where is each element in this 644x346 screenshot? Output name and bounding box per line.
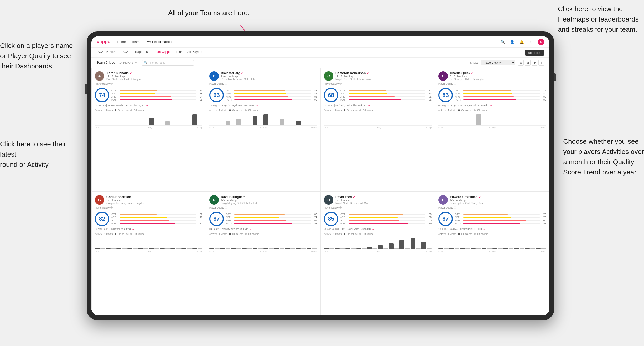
off-course-label: Off course: [363, 109, 373, 111]
recent-round[interactable]: 26 Aug 23 | 73 (+1), Royal North Devon G…: [209, 104, 317, 107]
sub-nav: PGAT Players PGA Hcaps 1-5 Team Clippd T…: [91, 48, 549, 58]
recent-round-text: 18 Jul 23 | 74 (+4), Sunningdale GC - Ol…: [438, 228, 482, 230]
chart-bar: [455, 125, 460, 125]
chart-bar: [143, 248, 148, 249]
sort-icon[interactable]: ↑: [538, 60, 544, 66]
diamond-view-icon[interactable]: ◆: [532, 60, 537, 66]
tab-all-players[interactable]: All Players: [187, 50, 202, 55]
recent-round[interactable]: 26 Aug 23 | 84 (+12), Royal North Devon …: [324, 228, 432, 231]
quality-circle[interactable]: 82: [95, 212, 109, 226]
ott-bar-row: OTT 77: [455, 89, 546, 92]
quality-circle[interactable]: 83: [438, 88, 453, 102]
quality-circle[interactable]: 93: [209, 88, 224, 102]
chart-bar: [449, 125, 454, 125]
chart-bar: [487, 248, 492, 249]
bell-icon[interactable]: 🔔: [519, 39, 524, 45]
player-name[interactable]: Dave Billingham: [221, 195, 317, 199]
quality-info-icon[interactable]: ⓘ: [454, 206, 456, 209]
chart-bar: [258, 125, 263, 125]
recent-arrow-icon: →: [372, 228, 375, 231]
off-course-dot: [130, 109, 132, 111]
app-fill: [234, 93, 286, 94]
ott-fill: [120, 90, 157, 91]
chart-bar: [209, 248, 214, 249]
ott-fill: [463, 214, 508, 215]
player-club: St. George's Hill GC - Weybridge - Surre…: [450, 78, 489, 81]
player-name[interactable]: Chris Robertson: [106, 195, 202, 199]
recent-round[interactable]: 07 Aug 23 | 77 (+7), St George's Hill GC…: [438, 104, 546, 107]
ipad-frame: clippd Home Teams My Performance 🔍 👤 🔔 ⊕…: [87, 31, 554, 320]
off-course-label: Off course: [477, 233, 488, 235]
settings-icon[interactable]: ⊕: [528, 39, 534, 45]
recent-round[interactable]: 04 Sep 23 | Mobility with coach, Gym →: [209, 228, 317, 231]
user-icon[interactable]: 👤: [510, 39, 515, 45]
player-name[interactable]: Blair McHarg ✔: [221, 71, 317, 75]
chart-bar: [263, 114, 268, 125]
chart-bar: [198, 248, 202, 249]
search-box[interactable]: 🔍 Filter by name: [142, 60, 194, 66]
chart-bar: [100, 248, 105, 249]
nav-teams[interactable]: Teams: [131, 40, 141, 44]
putt-label: PUTT: [340, 222, 348, 225]
list-view-icon[interactable]: ⊟: [525, 60, 531, 66]
quality-circle[interactable]: 87: [209, 212, 224, 226]
app-label: APP: [340, 92, 348, 95]
nav-home[interactable]: Home: [117, 40, 126, 44]
tab-pga[interactable]: PGA: [122, 50, 128, 55]
on-course-label: On course: [118, 109, 129, 111]
player-name[interactable]: Aaron Nicholls ✔: [106, 71, 202, 75]
app-bar-row: APP 58: [111, 92, 202, 95]
avatar-icon[interactable]: U: [538, 39, 544, 45]
quality-circle[interactable]: 85: [324, 212, 338, 226]
quality-info-icon[interactable]: ⓘ: [225, 83, 227, 85]
team-header: Team Clippd | 14 Players ✏ 🔍 Filter by n…: [91, 58, 549, 68]
recent-round[interactable]: 03 Mar 23 | 19, Must make putting →: [95, 228, 202, 231]
tab-tour[interactable]: Tour: [176, 50, 182, 55]
chart-bar: [541, 248, 546, 249]
add-team-button[interactable]: Add Team: [525, 50, 544, 56]
player-name[interactable]: Edward Crossman ✔: [450, 195, 546, 199]
search-icon[interactable]: 🔍: [500, 39, 505, 45]
activity-header: Activity · 1 Month On course Off course: [438, 109, 546, 111]
ott-value: 77: [541, 89, 546, 92]
quality-circle[interactable]: 74: [95, 88, 109, 102]
quality-info-icon[interactable]: ⓘ: [225, 206, 227, 209]
recent-round[interactable]: 02 Jul 23 | 59 (+17), Craigmillar Park G…: [324, 104, 432, 107]
quality-info-icon[interactable]: ⓘ: [339, 83, 342, 85]
tab-hcaps[interactable]: Hcaps 1-5: [133, 50, 148, 55]
chart-bar: [405, 125, 410, 125]
show-select[interactable]: Player Activity Quality Score Trend: [481, 60, 515, 65]
chart-bar: [444, 125, 449, 125]
verified-badge: ✔: [129, 72, 132, 75]
quality-info-icon[interactable]: ⓘ: [110, 206, 113, 209]
recent-round[interactable]: 02 Sep 23 | Sunset round to get back int…: [95, 104, 202, 107]
player-name[interactable]: Charlie Quick ✔: [450, 71, 546, 75]
chart-bar: [487, 125, 492, 125]
chart-bar: [143, 125, 148, 125]
edit-icon[interactable]: ✏: [135, 61, 137, 65]
player-info: Blair McHarg ✔ Plus Handicap Royal North…: [221, 71, 317, 81]
player-info: David Ford ✔ 1-5 Handicap Royal North De…: [335, 195, 432, 205]
app-value: 80: [541, 92, 546, 95]
chart-bar: [438, 248, 443, 249]
quality-info-icon[interactable]: ⓘ: [110, 83, 113, 85]
player-name[interactable]: David Ford ✔: [335, 195, 432, 199]
arg-label: ARG: [226, 219, 233, 222]
quality-info-icon[interactable]: ⓘ: [339, 206, 342, 209]
quality-info-icon[interactable]: ⓘ: [454, 83, 456, 85]
quality-circle[interactable]: 87: [438, 212, 453, 226]
quality-circle[interactable]: 68: [324, 88, 338, 102]
chart-bar: [231, 248, 236, 249]
putt-label: PUTT: [455, 99, 462, 101]
chart-labels: 31 Jul21 Aug4 Sep: [95, 126, 202, 129]
arg-label: ARG: [455, 95, 462, 98]
tab-pgat[interactable]: PGAT Players: [97, 50, 116, 55]
putt-track: [120, 99, 196, 100]
arg-label: ARG: [111, 219, 119, 222]
player-name[interactable]: Cameron Robertson ✔: [335, 71, 432, 75]
grid-view-icon[interactable]: ⊞: [518, 60, 524, 66]
tab-team-clippd[interactable]: Team Clippd: [153, 50, 171, 55]
nav-my-performance[interactable]: My Performance: [147, 40, 172, 44]
recent-round[interactable]: 18 Jul 23 | 74 (+4), Sunningdale GC - Ol…: [438, 228, 546, 231]
arg-fill: [349, 220, 399, 221]
